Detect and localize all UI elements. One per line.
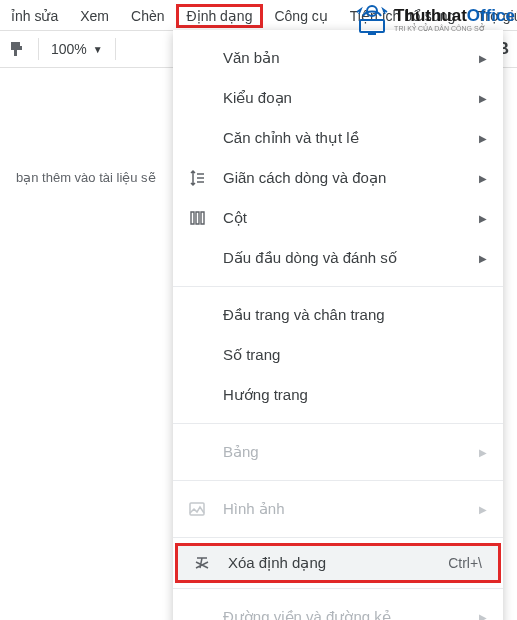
menu-item-clear-formatting[interactable]: Xóa định dạng Ctrl+\ — [175, 543, 501, 583]
toolbar-separator — [115, 38, 116, 60]
menu-item-table: Bảng ▶ — [173, 432, 503, 472]
submenu-arrow-icon: ▶ — [479, 253, 487, 264]
menu-item-line-spacing[interactable]: Giãn cách dòng và đoạn ▶ — [173, 158, 503, 198]
menu-item-borders-lines: Đường viền và đường kẻ ▶ — [173, 597, 503, 620]
zoom-value: 100% — [51, 41, 87, 57]
format-dropdown: Văn bản ▶ Kiểu đoạn ▶ Căn chỉnh và thụt … — [173, 30, 503, 620]
menu-item-label: Hướng trang — [223, 386, 487, 404]
menu-item-label: Văn bản — [223, 49, 479, 67]
submenu-arrow-icon: ▶ — [479, 53, 487, 64]
submenu-arrow-icon: ▶ — [479, 93, 487, 104]
watermark: ThuthuatOffice TRI KỶ CỦA DÂN CÔNG SỞ — [354, 2, 515, 36]
menu-item-text[interactable]: Văn bản ▶ — [173, 38, 503, 78]
menu-separator — [173, 537, 503, 538]
menu-item-label: Đường viền và đường kẻ — [223, 608, 479, 620]
toolbar-separator — [38, 38, 39, 60]
menu-item-header-footer[interactable]: Đầu trang và chân trang — [173, 295, 503, 335]
image-icon — [185, 500, 209, 518]
menu-tools[interactable]: Công cụ — [263, 4, 338, 28]
menu-separator — [173, 588, 503, 589]
menu-item-label: Đầu trang và chân trang — [223, 306, 487, 324]
submenu-arrow-icon: ▶ — [479, 213, 487, 224]
submenu-arrow-icon: ▶ — [479, 173, 487, 184]
submenu-arrow-icon: ▶ — [479, 504, 487, 515]
menu-insert[interactable]: Chèn — [120, 4, 175, 28]
watermark-brand-prefix: Thuthuat — [394, 6, 467, 25]
menu-item-columns[interactable]: Cột ▶ — [173, 198, 503, 238]
menu-separator — [173, 423, 503, 424]
chevron-down-icon: ▼ — [93, 44, 103, 55]
menu-item-page-orientation[interactable]: Hướng trang — [173, 375, 503, 415]
watermark-logo-icon — [354, 2, 390, 36]
submenu-arrow-icon: ▶ — [479, 612, 487, 621]
menu-item-label: Giãn cách dòng và đoạn — [223, 169, 479, 187]
menu-item-label: Số trang — [223, 346, 487, 364]
menu-item-label: Hình ảnh — [223, 500, 479, 518]
zoom-select[interactable]: 100% ▼ — [51, 41, 103, 57]
menu-item-image: Hình ảnh ▶ — [173, 489, 503, 529]
menu-item-label: Dấu đầu dòng và đánh số — [223, 249, 479, 267]
menu-item-label: Cột — [223, 209, 479, 227]
menu-item-page-numbers[interactable]: Số trang — [173, 335, 503, 375]
menu-item-label: Xóa định dạng — [228, 554, 448, 572]
watermark-brand-suffix: Office — [467, 6, 515, 25]
clear-format-icon — [190, 554, 214, 572]
menu-item-shortcut: Ctrl+\ — [448, 555, 482, 571]
submenu-arrow-icon: ▶ — [479, 133, 487, 144]
svg-rect-1 — [368, 32, 376, 35]
menu-separator — [173, 480, 503, 481]
menu-item-align-indent[interactable]: Căn chỉnh và thụt lề ▶ — [173, 118, 503, 158]
paint-format-icon[interactable] — [8, 39, 26, 60]
svg-rect-0 — [360, 20, 384, 32]
menu-view[interactable]: Xem — [69, 4, 120, 28]
menu-item-label: Căn chỉnh và thụt lề — [223, 129, 479, 147]
watermark-tagline: TRI KỶ CỦA DÂN CÔNG SỞ — [394, 25, 515, 32]
menu-edit[interactable]: ỉnh sửa — [0, 4, 69, 28]
menu-item-label: Bảng — [223, 443, 479, 461]
menu-item-paragraph-style[interactable]: Kiểu đoạn ▶ — [173, 78, 503, 118]
menu-item-label: Kiểu đoạn — [223, 89, 479, 107]
menu-item-bullets-numbering[interactable]: Dấu đầu dòng và đánh số ▶ — [173, 238, 503, 278]
columns-icon — [185, 209, 209, 227]
menu-separator — [173, 286, 503, 287]
line-spacing-icon — [185, 169, 209, 187]
menu-format[interactable]: Định dạng — [176, 4, 264, 28]
submenu-arrow-icon: ▶ — [479, 447, 487, 458]
